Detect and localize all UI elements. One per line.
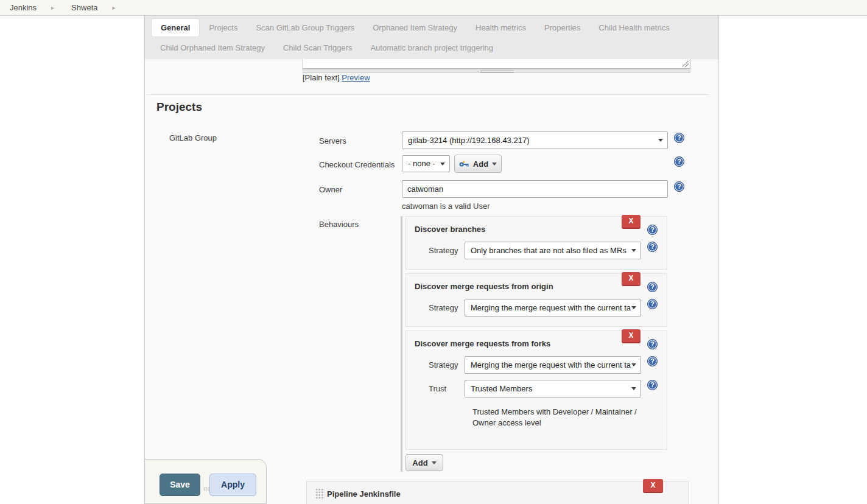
plain-text-label: [Plain text]	[303, 73, 340, 82]
save-button[interactable]: Save	[160, 474, 200, 496]
servers-label: Servers	[319, 136, 346, 145]
trust-select[interactable]: Trusted Members	[465, 380, 641, 397]
behaviour-help-icon[interactable]: ?	[647, 339, 658, 349]
pipeline-jenkinsfile-section: Pipeline Jenkinsfile X	[306, 481, 689, 504]
servers-select[interactable]: gitlab-3214 (http://192.168.43.217)	[402, 131, 668, 149]
resize-grip-icon[interactable]	[683, 61, 689, 67]
chevron-down-icon	[432, 461, 437, 464]
tab-scan-gitlab-group-triggers[interactable]: Scan GitLab Group Triggers	[247, 18, 363, 37]
checkout-credentials-help-icon[interactable]: ?	[674, 156, 684, 167]
checkout-credentials-select[interactable]: - none -	[402, 155, 450, 172]
owner-input[interactable]	[402, 180, 668, 198]
breadcrumb-item-jenkins[interactable]: Jenkins	[6, 3, 40, 12]
strategy-label: Strategy	[429, 360, 458, 369]
checkout-credentials-value: - none -	[408, 159, 435, 168]
tab-automatic-branch-project-triggering[interactable]: Automatic branch project triggering	[361, 38, 502, 57]
trust-help-icon[interactable]: ?	[647, 380, 658, 390]
save-apply-panel: ed Save Apply	[144, 459, 267, 504]
behaviour-title: Discover merge requests from origin	[415, 282, 553, 291]
strategy-help-icon[interactable]: ?	[647, 242, 658, 252]
breadcrumb: Jenkins ▸ Shweta ▸	[0, 0, 867, 16]
gitlab-group-label: GitLab Group	[169, 133, 217, 142]
servers-help-icon[interactable]: ?	[674, 133, 684, 143]
tab-row-1: General Projects Scan GitLab Group Trigg…	[145, 16, 718, 37]
key-icon	[459, 161, 469, 167]
add-credentials-button[interactable]: Add	[454, 155, 502, 173]
tab-child-health-metrics[interactable]: Child Health metrics	[589, 18, 678, 37]
chevron-right-icon: ▸	[40, 4, 68, 11]
strategy-label: Strategy	[429, 303, 458, 312]
config-tab-bar: General Projects Scan GitLab Group Trigg…	[145, 16, 718, 59]
add-behaviour-label: Add	[412, 458, 427, 467]
chevron-down-icon	[631, 249, 636, 252]
behaviour-help-icon[interactable]: ?	[647, 282, 658, 292]
tab-projects[interactable]: Projects	[200, 18, 247, 37]
drag-handle-icon[interactable]	[315, 488, 325, 500]
behaviour-block-discover-branches: Discover branches X Strategy Only branch…	[405, 216, 667, 270]
behaviour-block-discover-mrs-forks: Discover merge requests from forks X Str…	[405, 331, 667, 450]
tab-row-2: Child Orphaned Item Strategy Child Scan …	[145, 37, 718, 58]
chevron-down-icon	[631, 387, 636, 390]
tab-orphaned-item-strategy[interactable]: Orphaned Item Strategy	[363, 18, 466, 37]
breadcrumb-item-shweta[interactable]: Shweta	[68, 3, 101, 12]
strategy-select-value: Merging the merge request with the curre…	[471, 360, 631, 369]
jenkins-configure-page: Jenkins ▸ Shweta ▸ General Projects Scan…	[0, 0, 867, 504]
servers-select-value: gitlab-3214 (http://192.168.43.217)	[408, 136, 529, 145]
owner-label: Owner	[319, 185, 342, 194]
description-textarea[interactable]	[303, 59, 690, 69]
section-divider	[147, 94, 709, 95]
strategy-select[interactable]: Merging the merge request with the curre…	[465, 299, 641, 317]
owner-help-icon[interactable]: ?	[674, 181, 684, 192]
checkout-credentials-label: Checkout Credentials	[319, 160, 395, 169]
trust-label: Trust	[429, 384, 446, 393]
strategy-help-icon[interactable]: ?	[647, 356, 658, 366]
chevron-right-icon: ▸	[101, 4, 128, 11]
chevron-down-icon	[492, 163, 497, 166]
delete-pipeline-button[interactable]: X	[643, 479, 663, 492]
strategy-label: Strategy	[429, 246, 458, 255]
owner-validation-message: catwoman is a valid User	[402, 201, 490, 211]
add-behaviour-button[interactable]: Add	[405, 454, 443, 471]
chevron-down-icon	[658, 139, 663, 142]
tab-general[interactable]: General	[151, 18, 200, 37]
chevron-down-icon	[631, 363, 636, 366]
strategy-select-value: Merging the merge request with the curre…	[471, 303, 631, 312]
tab-child-orphaned-item-strategy[interactable]: Child Orphaned Item Strategy	[151, 38, 274, 57]
tab-properties[interactable]: Properties	[535, 18, 589, 37]
behaviours-drag-strip	[401, 216, 402, 472]
strategy-help-icon[interactable]: ?	[647, 299, 658, 309]
strategy-select[interactable]: Merging the merge request with the curre…	[465, 356, 641, 374]
drag-grip-icon	[480, 71, 514, 72]
trust-description: Trusted Members with Developer / Maintai…	[472, 407, 643, 429]
strategy-select[interactable]: Only branches that are not also filed as…	[465, 242, 641, 259]
pipeline-section-title: Pipeline Jenkinsfile	[327, 489, 401, 499]
behaviour-block-discover-mrs-origin: Discover merge requests from origin X St…	[405, 273, 667, 327]
behaviour-help-icon[interactable]: ?	[647, 225, 658, 235]
delete-behaviour-button[interactable]: X	[622, 272, 641, 285]
behaviour-title: Discover branches	[415, 225, 485, 234]
behaviour-title: Discover merge requests from forks	[415, 339, 550, 348]
chevron-down-icon	[440, 163, 445, 166]
tab-child-scan-triggers[interactable]: Child Scan Triggers	[274, 38, 361, 57]
delete-behaviour-button[interactable]: X	[622, 215, 641, 228]
strategy-select-value: Only branches that are not also filed as…	[471, 246, 627, 255]
plain-text-row: [Plain text] Preview	[303, 73, 370, 82]
chevron-down-icon	[631, 306, 636, 309]
preview-link[interactable]: Preview	[342, 73, 370, 82]
trust-select-value: Trusted Members	[471, 384, 532, 393]
add-credentials-label: Add	[473, 159, 488, 169]
tab-health-metrics[interactable]: Health metrics	[466, 18, 535, 37]
delete-behaviour-button[interactable]: X	[622, 329, 641, 342]
projects-section-title: Projects	[156, 100, 202, 114]
behaviours-label: Behaviours	[319, 220, 359, 229]
apply-button[interactable]: Apply	[209, 474, 256, 496]
